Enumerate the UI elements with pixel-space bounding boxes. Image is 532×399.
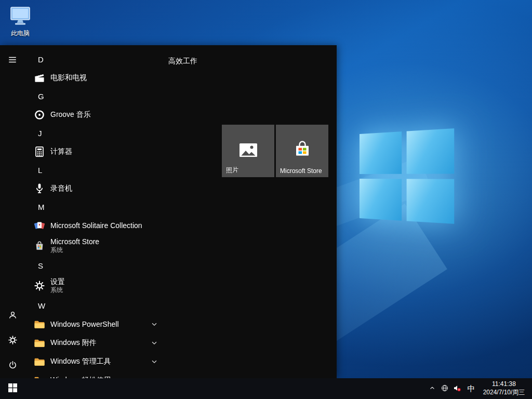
solitaire-icon xyxy=(33,219,46,232)
globe-network-icon xyxy=(441,384,449,394)
folder-item[interactable]: Windows 轻松使用 xyxy=(25,371,168,378)
app-item[interactable]: Microsoft Store 系统 xyxy=(25,235,168,257)
power-icon xyxy=(8,360,18,371)
section-header[interactable]: W xyxy=(25,297,168,315)
app-item[interactable]: 计算器 xyxy=(25,142,168,161)
clock[interactable]: 11:41:38 2024/7/10/周三 xyxy=(479,380,529,396)
clock-date: 2024/7/10/周三 xyxy=(483,389,525,397)
settings-button[interactable] xyxy=(2,330,23,351)
start-menu: D 电影和电视 G xyxy=(0,45,337,378)
start-button[interactable] xyxy=(0,378,25,399)
folder-item[interactable]: Windows 管理工具 xyxy=(25,352,168,371)
gear-icon xyxy=(8,335,18,347)
windows-logo-icon xyxy=(8,383,17,394)
app-sublabel: 系统 xyxy=(50,246,99,254)
gear-icon xyxy=(33,280,46,292)
app-label: 电影和电视 xyxy=(50,73,87,83)
volume-button[interactable] xyxy=(451,378,463,399)
app-item[interactable]: Microsoft Solitaire Collection xyxy=(25,216,168,235)
voice-recorder-icon xyxy=(33,182,46,195)
app-label: Microsoft Store xyxy=(50,237,99,246)
tile-label: 照片 xyxy=(226,166,238,175)
folder-icon xyxy=(33,374,46,378)
tile-label: Microsoft Store xyxy=(280,167,322,175)
app-item[interactable]: 设置 系统 xyxy=(25,275,168,297)
store-bag-icon xyxy=(292,140,313,163)
app-label: 计算器 xyxy=(50,147,72,156)
desktop-icon-this-pc[interactable]: 此电脑 xyxy=(5,6,35,38)
ime-indicator[interactable]: 中 xyxy=(463,378,479,399)
app-item[interactable]: 电影和电视 xyxy=(25,69,168,87)
system-tray: 中 11:41:38 2024/7/10/周三 xyxy=(426,378,532,399)
section-header[interactable]: L xyxy=(25,161,168,179)
folder-icon xyxy=(33,337,46,349)
folder-label: Windows PowerShell xyxy=(50,320,119,328)
app-sublabel: 系统 xyxy=(50,286,65,294)
start-menu-rail xyxy=(0,45,25,378)
clock-time: 11:41:38 xyxy=(492,380,516,389)
groove-music-icon xyxy=(33,109,46,121)
user-button[interactable] xyxy=(2,305,23,326)
taskbar: 中 11:41:38 2024/7/10/周三 xyxy=(0,378,532,399)
app-label: 设置 xyxy=(50,277,65,286)
folder-icon xyxy=(33,355,46,368)
chevron-down-icon[interactable] xyxy=(151,339,158,347)
windows-logo-wallpaper xyxy=(360,128,454,224)
chevron-down-icon[interactable] xyxy=(151,321,158,328)
movies-tv-icon xyxy=(33,72,46,84)
folder-item[interactable]: Windows PowerShell xyxy=(25,315,168,334)
network-button[interactable] xyxy=(438,378,451,399)
tray-overflow-button[interactable] xyxy=(426,378,438,399)
folder-icon xyxy=(33,318,46,330)
app-label: Groove 音乐 xyxy=(50,110,91,119)
hamburger-icon xyxy=(8,55,17,66)
section-header[interactable]: S xyxy=(25,257,168,275)
section-header[interactable]: M xyxy=(25,198,168,216)
chevron-down-icon[interactable] xyxy=(151,358,158,365)
app-item[interactable]: Groove 音乐 xyxy=(25,105,168,124)
user-icon xyxy=(8,310,18,322)
section-header[interactable]: G xyxy=(25,87,168,105)
desktop-icon-label: 此电脑 xyxy=(11,29,30,38)
store-icon xyxy=(33,240,46,252)
app-item[interactable]: 录音机 xyxy=(25,179,168,198)
tile-area: 高效工作 照片 xyxy=(168,45,337,378)
this-pc-icon xyxy=(9,6,32,28)
app-label: 录音机 xyxy=(50,184,72,193)
tile-photos[interactable]: 照片 xyxy=(222,125,274,177)
photos-icon xyxy=(238,140,259,163)
chevron-up-icon xyxy=(429,384,436,393)
screen: 此电脑 xyxy=(0,0,532,399)
power-button[interactable] xyxy=(2,355,23,376)
start-app-list: D 电影和电视 G xyxy=(25,50,168,378)
speaker-muted-icon xyxy=(453,383,462,394)
folder-label: Windows 附件 xyxy=(50,338,97,348)
folder-label: Windows 管理工具 xyxy=(50,357,111,366)
app-label: Microsoft Solitaire Collection xyxy=(50,221,142,230)
tile-group-title[interactable]: 高效工作 xyxy=(168,57,197,66)
menu-button[interactable] xyxy=(2,50,23,71)
calculator-icon xyxy=(33,145,46,158)
section-header[interactable]: D xyxy=(25,50,168,69)
section-header[interactable]: J xyxy=(25,124,168,142)
folder-item[interactable]: Windows 附件 xyxy=(25,334,168,352)
tile-microsoft-store[interactable]: Microsoft Store xyxy=(276,125,328,177)
